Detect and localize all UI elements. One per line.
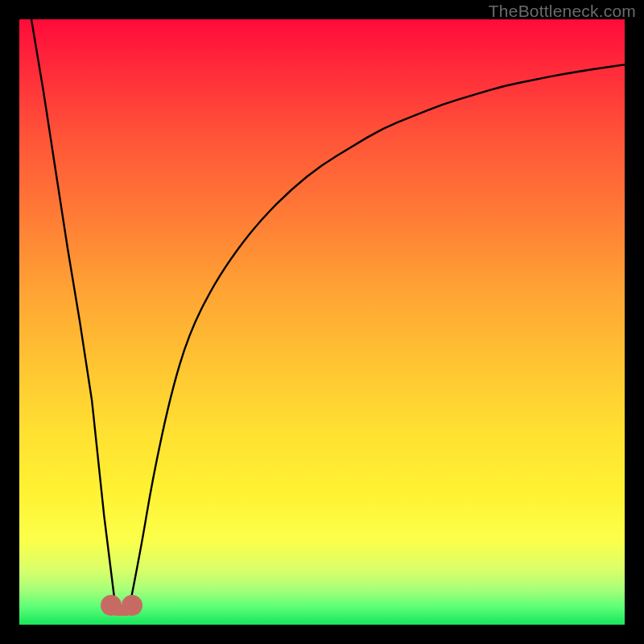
curve-overlay — [19, 19, 625, 625]
watermark-text: TheBottleneck.com — [489, 2, 636, 21]
bottleneck-curve-left — [31, 19, 116, 613]
chart-frame: TheBottleneck.com — [0, 0, 644, 644]
bottleneck-curve-right — [128, 64, 625, 613]
